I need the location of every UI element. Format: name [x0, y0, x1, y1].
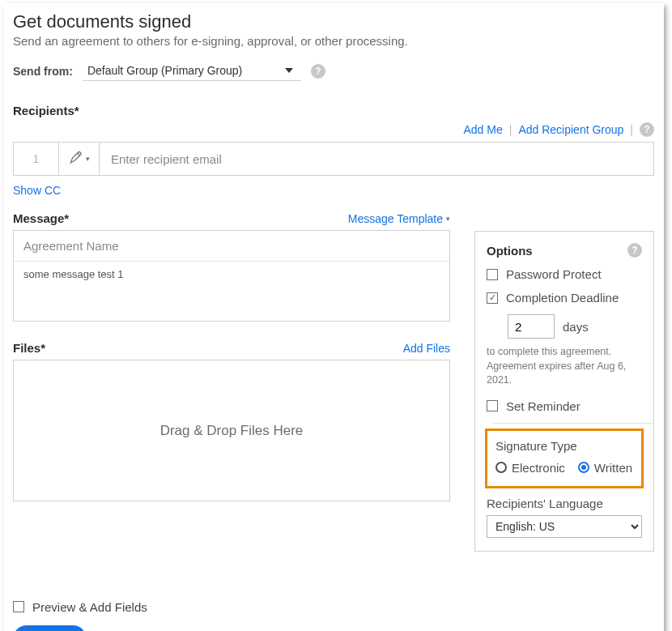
checkbox-icon — [487, 400, 498, 411]
divider: | — [509, 123, 513, 136]
files-label: Files* — [13, 341, 45, 355]
message-template-text: Message Template — [348, 212, 443, 225]
signature-type-highlight: Signature Type Electronic Written — [485, 428, 644, 488]
recipients-language-select[interactable]: English: US — [487, 515, 642, 538]
set-reminder-label: Set Reminder — [506, 399, 581, 413]
signature-electronic-radio[interactable]: Electronic — [495, 461, 565, 475]
right-column: Options Password Protect Completion Dead… — [474, 211, 654, 552]
written-label: Written — [594, 461, 632, 475]
send-from-row: Send from: Default Group (Primary Group) — [13, 61, 654, 81]
password-protect-label: Password Protect — [506, 267, 602, 281]
preview-add-fields-checkbox[interactable]: Preview & Add Fields — [13, 600, 654, 614]
pen-icon — [69, 151, 83, 168]
message-body-textarea[interactable]: some message test 1 — [14, 262, 449, 318]
preview-label: Preview & Add Fields — [32, 600, 147, 614]
options-panel: Options Password Protect Completion Dead… — [474, 231, 654, 552]
chevron-down-icon: ▾ — [86, 155, 90, 163]
recipient-number: 1 — [14, 143, 59, 175]
help-icon[interactable] — [311, 64, 325, 79]
add-recipient-group-link[interactable]: Add Recipient Group — [518, 123, 623, 136]
recipients-language-label: Recipients' Language — [487, 497, 642, 510]
message-box: some message test 1 — [13, 230, 450, 322]
recipients-label: Recipients* — [13, 104, 654, 117]
electronic-label: Electronic — [512, 461, 565, 475]
help-icon[interactable] — [640, 122, 654, 137]
main-columns: Message* Message Template ▾ some message… — [13, 211, 654, 552]
recipient-role-dropdown[interactable]: ▾ — [59, 143, 100, 175]
show-cc-link[interactable]: Show CC — [13, 184, 654, 197]
message-template-link[interactable]: Message Template ▾ — [348, 212, 450, 225]
files-header: Files* Add Files — [13, 341, 450, 355]
send-agreement-page: Get documents signed Send an agreement t… — [3, 3, 664, 631]
password-protect-checkbox[interactable]: Password Protect — [487, 267, 642, 281]
send-from-value: Default Group (Primary Group) — [87, 64, 242, 77]
dropzone-text: Drag & Drop Files Here — [160, 423, 304, 439]
add-files-link[interactable]: Add Files — [403, 342, 450, 355]
send-from-select[interactable]: Default Group (Primary Group) — [83, 61, 301, 81]
files-dropzone[interactable]: Drag & Drop Files Here — [13, 360, 450, 501]
deadline-hint: to complete this agreement. Agreement ex… — [487, 345, 642, 388]
send-from-label: Send from: — [13, 65, 73, 78]
page-subtitle: Send an agreement to others for e-signin… — [13, 34, 654, 48]
radio-icon — [495, 462, 507, 473]
set-reminder-checkbox[interactable]: Set Reminder — [487, 399, 642, 413]
recipient-email-input[interactable] — [100, 143, 653, 175]
chevron-down-icon: ▾ — [446, 215, 450, 223]
add-me-link[interactable]: Add Me — [464, 123, 503, 136]
signature-type-radios: Electronic Written — [495, 461, 633, 475]
checkbox-icon — [487, 292, 498, 304]
deadline-days-input[interactable] — [508, 314, 555, 339]
deadline-days-row: days — [508, 314, 642, 339]
help-icon[interactable] — [627, 243, 642, 258]
divider: | — [630, 123, 633, 136]
checkbox-icon — [487, 269, 498, 280]
recipient-actions: Add Me | Add Recipient Group | — [13, 122, 654, 137]
page-title: Get documents signed — [13, 11, 654, 32]
options-title: Options — [487, 244, 533, 258]
message-header: Message* Message Template ▾ — [13, 211, 450, 225]
radio-icon — [578, 462, 589, 473]
recipient-row: 1 ▾ — [13, 142, 654, 176]
agreement-name-input[interactable] — [14, 231, 449, 262]
separator — [493, 423, 653, 424]
deadline-hint-line2: Agreement expires after Aug 6, 2021. — [487, 360, 626, 386]
left-column: Message* Message Template ▾ some message… — [13, 211, 450, 501]
signature-written-radio[interactable]: Written — [578, 461, 632, 475]
checkbox-icon — [13, 601, 24, 612]
send-button[interactable]: Send — [13, 625, 87, 632]
options-header: Options — [487, 243, 642, 258]
signature-type-label: Signature Type — [495, 439, 633, 453]
completion-deadline-label: Completion Deadline — [506, 291, 619, 305]
completion-deadline-checkbox[interactable]: Completion Deadline — [487, 291, 642, 305]
deadline-days-label: days — [563, 320, 589, 334]
deadline-hint-line1: to complete this agreement. — [487, 346, 611, 357]
message-label: Message* — [13, 211, 69, 225]
